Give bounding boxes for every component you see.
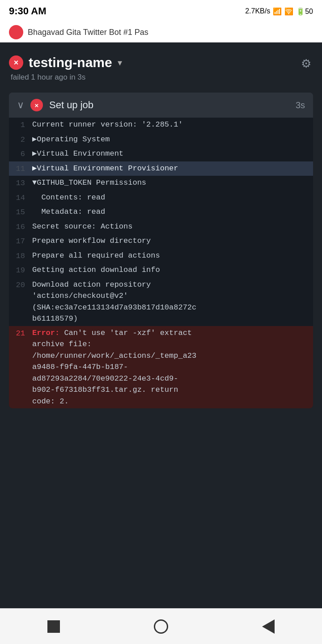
main-content: × testing-name ▾ failed 1 hour ago in 3s… [0, 42, 322, 608]
bottom-nav [0, 608, 322, 644]
log-container: 1Current runner version: '2.285.1'2▶Oper… [9, 118, 313, 408]
log-line: 19Getting action download info [9, 263, 313, 278]
workflow-title-row: × testing-name ▾ [9, 55, 122, 70]
log-text: Current runner version: '2.285.1' [32, 119, 313, 131]
error-label: Error: [32, 329, 64, 337]
line-number: 18 [9, 250, 32, 262]
gear-icon[interactable]: ⚙ [299, 55, 313, 72]
log-text: Download action repository 'actions/chec… [32, 279, 313, 325]
line-number: 11 [9, 163, 32, 175]
log-text: Error: Can't use 'tar -xzf' extract arch… [32, 327, 313, 407]
log-text: Contents: read [32, 192, 313, 203]
nav-home-button[interactable] [148, 613, 174, 640]
job-collapse-icon[interactable]: ∨ [17, 99, 24, 111]
line-number: 17 [9, 235, 32, 247]
job-title: Set up job [49, 99, 93, 111]
log-line: 20Download action repository 'actions/ch… [9, 278, 313, 326]
job-box: ∨ × Set up job 3s 1Current runner versio… [9, 93, 313, 408]
log-text: Secret source: Actions [32, 221, 313, 233]
log-text: Prepare all required actions [32, 250, 313, 262]
network-speed: 2.7KB/s [245, 7, 270, 15]
log-line: 17Prepare workflow directory [9, 234, 313, 249]
log-text: ▶Virtual Environment [32, 148, 313, 160]
back-icon [262, 619, 275, 634]
status-bar: 9:30 AM 2.7KB/s 📶 🛜 🔋50 [0, 0, 322, 22]
log-line: 21Error: Can't use 'tar -xzf' extract ar… [9, 326, 313, 409]
line-number: 16 [9, 221, 32, 233]
notif-text: Bhagavad Gita Twitter Bot #1 Pas [28, 28, 148, 37]
log-line: 18Prepare all required actions [9, 249, 313, 263]
workflow-header: × testing-name ▾ failed 1 hour ago in 3s… [9, 51, 313, 85]
log-line: 14 Contents: read [9, 191, 313, 205]
log-text: Metadata: read [32, 206, 313, 218]
job-header-left: ∨ × Set up job [17, 99, 93, 111]
wifi-icon: 🛜 [284, 7, 293, 16]
workflow-error-badge: × [9, 55, 23, 70]
line-number: 1 [9, 119, 32, 131]
notification-bar[interactable]: Bhagavad Gita Twitter Bot #1 Pas [0, 22, 322, 42]
log-text: ▶Virtual Environment Provisioner [32, 163, 313, 174]
workflow-chevron-icon[interactable]: ▾ [118, 57, 122, 68]
line-number: 19 [9, 264, 32, 276]
log-text: Prepare workflow directory [32, 235, 313, 247]
status-time: 9:30 AM [9, 5, 47, 17]
notif-avatar [9, 25, 23, 39]
signal-icon: 📶 [273, 7, 282, 16]
line-number: 14 [9, 192, 32, 204]
line-number: 6 [9, 148, 32, 160]
line-number: 21 [9, 327, 32, 339]
workflow-subtitle: failed 1 hour ago in 3s [9, 73, 122, 82]
workflow-title-group: × testing-name ▾ failed 1 hour ago in 3s [9, 55, 122, 82]
line-number: 13 [9, 177, 32, 189]
battery-icon: 🔋50 [296, 7, 313, 16]
line-number: 2 [9, 134, 32, 146]
log-line: 2▶Operating System [9, 132, 313, 147]
nav-stop-button[interactable] [40, 613, 67, 640]
log-line: 13▼GITHUB_TOKEN Permissions [9, 176, 313, 191]
line-number: 20 [9, 279, 32, 291]
home-icon [154, 619, 168, 634]
log-text: Getting action download info [32, 264, 313, 276]
workflow-name[interactable]: testing-name [29, 55, 112, 70]
line-number: 15 [9, 206, 32, 218]
log-line: 15 Metadata: read [9, 205, 313, 220]
nav-back-button[interactable] [255, 613, 282, 640]
log-text: ▼GITHUB_TOKEN Permissions [32, 177, 313, 189]
job-error-badge: × [30, 99, 43, 111]
log-line: 11▶Virtual Environment Provisioner [9, 161, 313, 176]
stop-icon [47, 620, 60, 633]
log-text: ▶Operating System [32, 134, 313, 145]
log-line: 1Current runner version: '2.285.1' [9, 118, 313, 132]
job-header[interactable]: ∨ × Set up job 3s [9, 93, 313, 118]
job-duration: 3s [296, 100, 305, 110]
log-line: 6▶Virtual Environment [9, 147, 313, 161]
status-icons: 2.7KB/s 📶 🛜 🔋50 [245, 7, 313, 16]
log-line: 16Secret source: Actions [9, 220, 313, 234]
